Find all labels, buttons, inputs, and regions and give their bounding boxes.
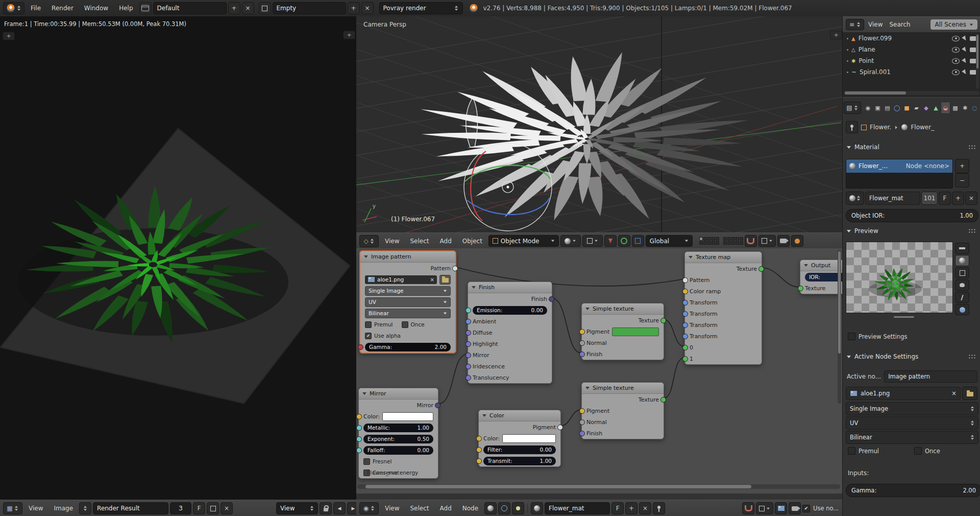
- shader-type-lamp-toggle[interactable]: [512, 502, 524, 514]
- node-simple-texture-2[interactable]: Simple texture Texture Pigment Normal Fi…: [581, 382, 664, 439]
- tex2-finish-socket[interactable]: [579, 431, 585, 436]
- node-image-pattern-header[interactable]: Image pattern: [360, 251, 455, 263]
- screen-layout-field[interactable]: Default: [153, 2, 227, 14]
- preview-sky-button[interactable]: [955, 304, 969, 315]
- preview-panel-header[interactable]: Preview: [847, 227, 976, 234]
- texmap-colorramp-socket[interactable]: [682, 289, 688, 294]
- scene-browse-button[interactable]: [259, 2, 271, 14]
- mirror-input-socket[interactable]: [465, 353, 471, 358]
- color-color-socket[interactable]: [476, 436, 482, 441]
- image-source-select[interactable]: Single Image: [846, 402, 978, 415]
- falloff-input-socket[interactable]: [356, 448, 362, 453]
- selectability-icon[interactable]: [962, 69, 968, 75]
- ior-field[interactable]: IOR:: [805, 273, 842, 282]
- remove-material-slot-button[interactable]: −: [955, 173, 969, 187]
- pigment-color-swatch[interactable]: [612, 327, 659, 336]
- texmap-transform2-socket[interactable]: [682, 311, 688, 317]
- menu-help[interactable]: Help: [114, 0, 137, 16]
- new-material-button[interactable]: +: [952, 192, 964, 205]
- finish-output-socket[interactable]: [549, 296, 554, 302]
- viewport-shading-button[interactable]: [560, 235, 581, 247]
- material-fake-user-button[interactable]: F: [939, 192, 951, 205]
- open-image-button[interactable]: [439, 275, 451, 285]
- menu-file[interactable]: File: [26, 0, 45, 16]
- node-image-pattern[interactable]: Image pattern Pattern aloe1.png × Single…: [359, 250, 456, 354]
- selectability-icon[interactable]: [962, 35, 968, 41]
- emission-slider[interactable]: Emission:0.00: [473, 306, 547, 315]
- tex2-normal-socket[interactable]: [579, 419, 585, 425]
- pin-node-tree-button[interactable]: [653, 502, 665, 514]
- shader-type-object-toggle[interactable]: [484, 502, 497, 514]
- node-color-header[interactable]: Color: [479, 410, 560, 421]
- transform-orientation-select[interactable]: Global: [646, 235, 693, 247]
- tab-scene[interactable]: ▤: [883, 102, 892, 114]
- menu-view[interactable]: View: [380, 500, 404, 516]
- menu-node[interactable]: Node: [458, 500, 483, 516]
- preview-settings-checkbox[interactable]: Preview Settings: [848, 333, 908, 340]
- snap-toggle[interactable]: [745, 235, 757, 247]
- fresnel-checkbox[interactable]: Fresnel: [363, 458, 391, 465]
- screen-layout-browse-button[interactable]: [139, 2, 152, 14]
- color-swatch[interactable]: [502, 434, 556, 443]
- gamma-input-socket[interactable]: [358, 344, 363, 350]
- preview-sphere-button[interactable]: [955, 255, 969, 266]
- node-mirror-header[interactable]: Mirror: [359, 388, 438, 400]
- pigment-output-socket[interactable]: [557, 425, 563, 430]
- tab-world[interactable]: ◯: [892, 102, 902, 114]
- mirror-color-socket[interactable]: [356, 414, 362, 419]
- visibility-eye-icon[interactable]: [952, 69, 960, 75]
- viewport-scene[interactable]: [356, 16, 842, 232]
- new-material-button[interactable]: +: [625, 502, 638, 514]
- diffuse-input-socket[interactable]: [465, 330, 471, 336]
- region-expand-viewport-icon[interactable]: +: [830, 31, 842, 39]
- iridescence-input-socket[interactable]: [465, 364, 471, 369]
- active-node-settings-header[interactable]: Active Node Settings: [847, 353, 976, 360]
- outliner-item-flower[interactable]: ▲ Flower.099: [843, 33, 980, 44]
- premul-checkbox[interactable]: Premul: [365, 321, 393, 328]
- mirror-color-swatch[interactable]: [382, 412, 433, 421]
- material-name-field[interactable]: Flower_mat: [865, 192, 920, 205]
- editor-type-button-image[interactable]: ▦: [3, 502, 22, 514]
- gamma-slider[interactable]: Gamma:2.00: [846, 484, 980, 497]
- node-texture-map[interactable]: Texture map Texture Pattern Color ramp T…: [684, 251, 762, 365]
- tab-object[interactable]: ■: [902, 102, 912, 114]
- emission-input-socket[interactable]: [465, 308, 471, 313]
- editor-type-button-outliner[interactable]: ≡: [846, 19, 864, 30]
- node-simple-texture-1[interactable]: Simple texture Texture Pigment Normal Fi…: [581, 303, 664, 360]
- material-panel-header[interactable]: Material: [847, 144, 976, 151]
- material-browse-button[interactable]: [531, 502, 543, 514]
- mapping-select[interactable]: UV: [365, 297, 451, 307]
- texture2-output-socket[interactable]: [660, 397, 666, 403]
- update-lock-toggle[interactable]: [320, 502, 332, 514]
- delete-scene-button[interactable]: ×: [361, 2, 374, 14]
- backdrop-toggle[interactable]: [775, 502, 787, 514]
- material-users-button[interactable]: 101: [921, 192, 938, 205]
- texmap-transform1-socket[interactable]: [682, 300, 688, 306]
- menu-view[interactable]: View: [866, 17, 885, 32]
- premul-checkbox[interactable]: Premul: [848, 447, 879, 455]
- outliner-item-point[interactable]: ✱ Point: [843, 55, 980, 66]
- menu-window[interactable]: Window: [80, 0, 113, 16]
- material-datablock-field[interactable]: Flower_mat: [545, 502, 610, 514]
- material-slot-list[interactable]: Flower_... Node <none>: [846, 159, 953, 189]
- pivot-point-button[interactable]: [582, 235, 603, 247]
- pack-image-button[interactable]: [207, 502, 219, 514]
- pin-id-button[interactable]: [846, 121, 858, 133]
- outliner-vscrollbar[interactable]: [976, 34, 979, 89]
- filter-select[interactable]: Bilinear: [846, 431, 978, 444]
- node-simple-texture-1-header[interactable]: Simple texture: [582, 303, 664, 315]
- scene-field[interactable]: Empty: [273, 2, 346, 14]
- render-engine-select[interactable]: Povray render: [379, 2, 463, 14]
- material-slot-row[interactable]: Flower_... Node <none>: [846, 159, 952, 173]
- node-finish[interactable]: Finish Finish Emission:0.00 Ambient Diff…: [468, 282, 552, 384]
- image-field[interactable]: aloe1.png ×: [846, 387, 961, 400]
- unlink-material-button[interactable]: ×: [965, 192, 977, 205]
- panel-drag-dots[interactable]: [968, 145, 976, 150]
- selectability-icon[interactable]: [962, 46, 968, 53]
- object-ior-slider[interactable]: Object IOR:1.00: [846, 209, 978, 222]
- render-slot-field[interactable]: 3: [170, 502, 191, 514]
- preview-monkey-button[interactable]: [955, 279, 969, 291]
- app-menu-button[interactable]: [3, 2, 24, 14]
- node-editor[interactable]: Image pattern Pattern aloe1.png × Single…: [356, 248, 842, 494]
- layers-widget[interactable]: [699, 237, 743, 245]
